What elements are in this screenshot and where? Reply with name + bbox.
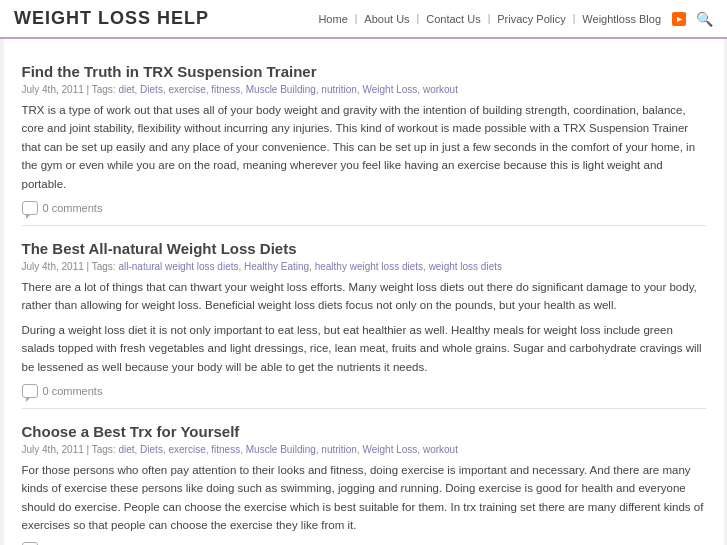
post-tag[interactable]: Diets [140,444,163,455]
post-title-0: Find the Truth in TRX Suspension Trainer [22,63,706,80]
post-tag[interactable]: all-natural weight loss diets [118,261,238,272]
post-tag[interactable]: Muscle Building [246,84,316,95]
nav-contact[interactable]: Contact Us [421,11,485,27]
post-title-1: The Best All-natural Weight Loss Diets [22,240,706,257]
post-tag[interactable]: nutrition [321,84,357,95]
post-date-2: July 4th, 2011 | Tags: [22,444,119,455]
post-tag[interactable]: exercise [168,84,205,95]
nav-home[interactable]: Home [313,11,352,27]
post-tag[interactable]: Weight Loss [363,84,418,95]
main-content: Find the Truth in TRX Suspension Trainer… [4,39,724,545]
post-tag[interactable]: fitness [211,444,240,455]
post-tag[interactable]: Muscle Building [246,444,316,455]
post-meta-0: July 4th, 2011 | Tags: diet, Diets, exer… [22,84,706,95]
post-tag[interactable]: Diets [140,84,163,95]
post-comments-1[interactable]: 0 comments [22,384,706,398]
post-tag[interactable]: Weight Loss [363,444,418,455]
post-date-1: July 4th, 2011 | Tags: [22,261,119,272]
main-nav: Home | About Us | Contact Us | Privacy P… [313,11,713,27]
post-body-1: There are a lot of things that can thwar… [22,278,706,376]
post-meta-2: July 4th, 2011 | Tags: diet, Diets, exer… [22,444,706,455]
post-2: Choose a Best Trx for YourselfJuly 4th, … [22,409,706,545]
nav-about[interactable]: About Us [359,11,414,27]
post-body-0: TRX is a type of work out that uses all … [22,101,706,193]
comment-count-0: 0 comments [43,202,103,214]
post-tag[interactable]: workout [423,84,458,95]
post-body-2: For those persons who often pay attentio… [22,461,706,535]
post-tag[interactable]: weight loss diets [429,261,502,272]
rss-icon[interactable]: ▸ [672,12,686,26]
post-tag[interactable]: healthy weight loss diets [315,261,423,272]
post-meta-1: July 4th, 2011 | Tags: all-natural weigh… [22,261,706,272]
nav-privacy[interactable]: Privacy Policy [492,11,570,27]
post-title-2: Choose a Best Trx for Yourself [22,423,706,440]
post-tag[interactable]: workout [423,444,458,455]
post-tag[interactable]: fitness [211,84,240,95]
post-tag[interactable]: diet [118,444,134,455]
post-date-0: July 4th, 2011 | Tags: [22,84,119,95]
search-icon[interactable]: 🔍 [696,11,713,27]
post-tag[interactable]: diet [118,84,134,95]
post-tag[interactable]: Healthy Eating [244,261,309,272]
post-0: Find the Truth in TRX Suspension Trainer… [22,49,706,226]
comment-count-1: 0 comments [43,385,103,397]
post-comments-0[interactable]: 0 comments [22,201,706,215]
site-title: WEIGHT LOSS HELP [14,8,209,29]
comment-bubble-icon-1 [22,384,38,398]
post-tag[interactable]: nutrition [321,444,357,455]
nav-blog[interactable]: Weightloss Blog [577,11,666,27]
post-tag[interactable]: exercise [168,444,205,455]
comment-bubble-icon-0 [22,201,38,215]
post-1: The Best All-natural Weight Loss DietsJu… [22,226,706,409]
